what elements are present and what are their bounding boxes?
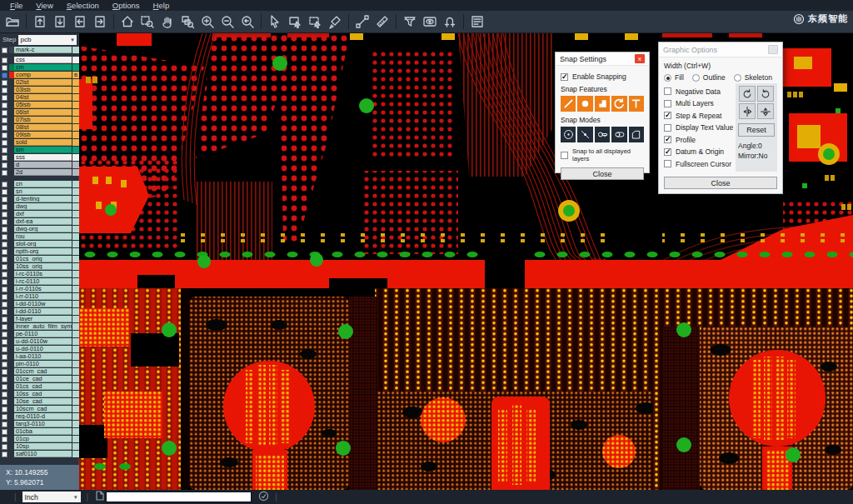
- layer-visibility-checkbox[interactable]: [2, 279, 7, 285]
- layer-row[interactable]: 07lsb: [0, 117, 79, 123]
- layer-mini-cell[interactable]: [72, 398, 79, 405]
- layer-row[interactable]: i-rc-0110s: [0, 271, 79, 277]
- graphic-option-row[interactable]: Datum & Origin: [664, 147, 734, 156]
- group-select-button[interactable]: [305, 12, 325, 32]
- layer-name[interactable]: 10se_cad: [14, 398, 72, 405]
- layer-row[interactable]: sss: [0, 154, 79, 161]
- layer-mini-cell[interactable]: [72, 256, 79, 262]
- layer-mini-cell[interactable]: [72, 406, 79, 412]
- layer-row[interactable]: 10scm_cad: [0, 406, 79, 412]
- file-export-button[interactable]: [90, 12, 110, 32]
- layer-row[interactable]: 05lsb: [0, 102, 79, 108]
- layer-visibility-checkbox[interactable]: [2, 132, 7, 138]
- pan-hand-button[interactable]: [157, 12, 177, 32]
- layer-mini-cell[interactable]: [72, 368, 79, 375]
- layer-name[interactable]: cm: [14, 64, 72, 71]
- layer-mini-cell[interactable]: [72, 102, 79, 108]
- layer-row[interactable]: sold: [0, 139, 79, 146]
- layer-name[interactable]: 09lsb: [14, 132, 72, 138]
- layer-visibility-checkbox[interactable]: [2, 287, 7, 292]
- layer-name[interactable]: 02lst: [14, 79, 72, 86]
- layer-name[interactable]: sm: [14, 147, 72, 153]
- layer-visibility-checkbox[interactable]: [2, 212, 7, 217]
- snap-contour-button[interactable]: [629, 127, 644, 142]
- layer-row[interactable]: d: [0, 162, 79, 168]
- layer-name[interactable]: 10scm_cad: [14, 406, 72, 412]
- unit-select[interactable]: Inch▼: [22, 492, 81, 502]
- layer-mini-cell[interactable]: [72, 331, 79, 337]
- layer-name[interactable]: 2d: [14, 169, 72, 176]
- layer-name[interactable]: 03lsb: [14, 87, 72, 93]
- layer-visibility-checkbox[interactable]: [2, 317, 7, 322]
- layer-row[interactable]: npth-org: [0, 248, 79, 255]
- layer-mini-cell[interactable]: [72, 428, 79, 435]
- layer-row[interactable]: i-aa-0110: [0, 353, 79, 360]
- layer-row[interactable]: 01cba: [0, 428, 79, 435]
- properties-form-button[interactable]: [467, 12, 487, 32]
- file-down-button[interactable]: [50, 12, 70, 32]
- layer-name[interactable]: i-dd-0110: [14, 308, 72, 315]
- layer-row[interactable]: f-layer: [0, 316, 79, 322]
- layer-name[interactable]: 07lsb: [14, 117, 72, 123]
- radio-button[interactable]: [664, 74, 671, 82]
- layer-name[interactable]: i-rr-0110: [14, 293, 72, 300]
- layer-visibility-checkbox[interactable]: [2, 182, 7, 187]
- layer-row[interactable]: dwg: [0, 203, 79, 210]
- rect-select-button[interactable]: [285, 12, 305, 32]
- graphic-option-row[interactable]: Profile: [664, 136, 734, 144]
- layer-row[interactable]: 10ss_orig: [0, 263, 79, 270]
- layer-row[interactable]: dxf-ea: [0, 218, 79, 225]
- snap-line-button[interactable]: [561, 96, 576, 112]
- layer-visibility-checkbox[interactable]: [2, 197, 7, 202]
- layer-name[interactable]: targ3-0110: [14, 421, 72, 427]
- layer-name[interactable]: 05lsb: [14, 102, 72, 108]
- layer-name[interactable]: 10ss_cad: [14, 391, 72, 397]
- layer-name[interactable]: pin-0110: [14, 361, 72, 367]
- open-folder-button[interactable]: [2, 12, 22, 32]
- layer-name[interactable]: 01cp: [14, 436, 72, 442]
- layer-visibility-checkbox[interactable]: [2, 102, 7, 108]
- layer-visibility-checkbox[interactable]: [2, 155, 7, 161]
- layer-name[interactable]: 08lst: [14, 124, 72, 131]
- layer-name[interactable]: i-rr-0110s: [14, 286, 72, 292]
- layer-visibility-checkbox[interactable]: [2, 429, 7, 435]
- layer-row[interactable]: 06lst: [0, 109, 79, 116]
- layer-row[interactable]: sn: [0, 188, 79, 195]
- layer-name[interactable]: sn: [14, 188, 72, 195]
- layer-visibility-checkbox[interactable]: [2, 414, 7, 420]
- snap-pth-button[interactable]: [595, 127, 610, 142]
- layer-mini-cell[interactable]: [72, 124, 79, 131]
- layer-name[interactable]: inner_auto_film_symb: [14, 323, 72, 330]
- layer-name[interactable]: rou: [14, 233, 72, 240]
- graphic-option-row[interactable]: Multi Layers: [664, 99, 734, 107]
- layer-name[interactable]: pe-0110: [14, 331, 72, 337]
- layer-visibility-checkbox[interactable]: [2, 332, 7, 337]
- menu-item[interactable]: Options: [106, 0, 147, 11]
- layer-row[interactable]: u-dd-0110: [0, 346, 79, 352]
- layer-visibility-checkbox[interactable]: [2, 47, 7, 53]
- layer-row[interactable]: targ3-0110: [0, 421, 79, 427]
- layer-visibility-checkbox[interactable]: [2, 72, 7, 78]
- width-radio-option[interactable]: Fill: [664, 73, 684, 82]
- layer-mini-cell[interactable]: [72, 47, 79, 53]
- checkbox[interactable]: [664, 112, 671, 119]
- new-shape-icon[interactable]: [94, 490, 106, 504]
- zoom-previous-button[interactable]: [237, 12, 257, 32]
- menu-item[interactable]: View: [29, 0, 59, 11]
- layer-visibility-checkbox[interactable]: [2, 140, 7, 146]
- graphic-option-row[interactable]: Display Text Value: [664, 123, 734, 132]
- layer-mini-cell[interactable]: [72, 117, 79, 123]
- layer-name[interactable]: 10sp: [14, 443, 72, 450]
- checkbox[interactable]: [664, 124, 671, 132]
- layer-row[interactable]: cm: [0, 64, 79, 71]
- layer-row[interactable]: dxf: [0, 211, 79, 217]
- layer-row[interactable]: sm: [0, 147, 79, 153]
- close-icon[interactable]: x: [635, 54, 645, 63]
- layer-name[interactable]: d: [14, 162, 72, 168]
- layer-name[interactable]: slot-org: [14, 241, 72, 247]
- layer-visibility-checkbox[interactable]: [2, 257, 7, 262]
- layer-visibility-checkbox[interactable]: [2, 80, 7, 86]
- layer-mini-cell[interactable]: [72, 301, 79, 307]
- checkbox[interactable]: [664, 160, 671, 167]
- width-radio-option[interactable]: Skeleton: [734, 73, 772, 82]
